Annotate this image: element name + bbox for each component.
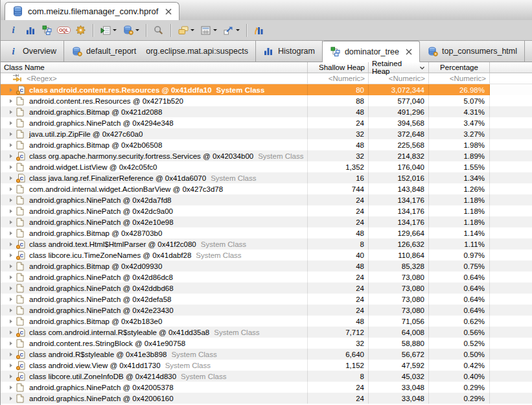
expand-toggle-icon[interactable] xyxy=(10,364,12,367)
table-row[interactable]: android.graphics.NinePatch @ 0x42dc9a002… xyxy=(1,205,532,216)
numeric-filter-input-shallow[interactable]: <Numeric> xyxy=(308,73,369,84)
table-row[interactable]: Cclass android.view.View @ 0x41dd1730Sys… xyxy=(1,360,532,371)
dropdown-arrow-icon[interactable] xyxy=(113,29,117,31)
table-row[interactable]: Cclass org.apache.harmony.security.fortr… xyxy=(1,150,532,161)
table-row[interactable]: android.graphics.Bitmap @ 0x42b183e04871… xyxy=(1,316,532,327)
expand-toggle-icon[interactable] xyxy=(10,99,12,103)
expand-toggle-icon[interactable] xyxy=(10,110,12,114)
toolbar-histogram-button[interactable] xyxy=(22,23,38,38)
dropdown-arrow-icon[interactable] xyxy=(236,29,240,31)
close-icon[interactable] xyxy=(165,8,172,15)
class-name-cell: com.android.internal.widget.ActionBarVie… xyxy=(1,183,308,194)
expand-toggle-icon[interactable] xyxy=(10,330,12,334)
object-label: android.graphics.NinePatch @ 0x42ddbd68 xyxy=(29,284,174,292)
table-row[interactable]: Cclass libcore.icu.TimeZoneNames @ 0x41d… xyxy=(1,249,532,260)
toolbar-calculate-retained-size-button[interactable] xyxy=(198,23,220,38)
table-row[interactable]: Cclass android.R$styleable @ 0x41e3b898S… xyxy=(1,349,532,360)
table-row[interactable]: android.graphics.NinePatch @ 0x420053782… xyxy=(1,382,532,393)
empty-cell xyxy=(490,227,532,238)
tab-Histogram[interactable]: Histogram xyxy=(256,41,323,62)
editor-tab[interactable]: com.meizu.filemanager_conv.hprof xyxy=(5,2,179,20)
numeric-filter-input-retained[interactable]: <Numeric> xyxy=(369,73,429,84)
expand-toggle-icon[interactable] xyxy=(10,264,12,268)
table-row[interactable]: android.graphics.NinePatch @ 0x42d86dc82… xyxy=(1,272,532,283)
toolbar-oql-studio-button[interactable]: OQL xyxy=(56,23,72,38)
table-row[interactable]: android.graphics.NinePatch @ 0x4294e3482… xyxy=(1,117,532,128)
view-tabbar: iOverviewdefault_reportorg.eclipse.mat.a… xyxy=(1,41,532,62)
expand-toggle-icon[interactable] xyxy=(10,386,12,389)
close-icon[interactable] xyxy=(406,49,412,55)
table-row[interactable]: android.graphics.NinePatch @ 0x42defa582… xyxy=(1,294,532,305)
toolbar-run-expert-report-button[interactable] xyxy=(97,23,119,38)
table-row[interactable]: com.android.internal.widget.ActionBarVie… xyxy=(1,183,532,194)
table-row[interactable]: java.util.zip.ZipFile @ 0x427c60a032372,… xyxy=(1,128,532,139)
expand-toggle-icon[interactable] xyxy=(10,154,12,158)
dropdown-arrow-icon[interactable] xyxy=(135,29,139,31)
expand-toggle-icon[interactable] xyxy=(10,132,12,136)
expand-toggle-icon[interactable] xyxy=(10,375,12,378)
expand-toggle-icon[interactable] xyxy=(10,165,12,169)
table-row[interactable]: android.graphics.NinePatch @ 0x42e10e982… xyxy=(1,216,532,227)
expand-toggle-icon[interactable] xyxy=(10,297,12,301)
table-row[interactable]: Cclass android.content.res.Resources @ 0… xyxy=(1,84,532,95)
expand-toggle-icon[interactable] xyxy=(10,187,12,191)
table-row[interactable]: Cclass java.lang.ref.FinalizerReference … xyxy=(1,172,532,183)
expand-toggle-icon[interactable] xyxy=(10,242,12,246)
table-row[interactable]: android.graphics.Bitmap @ 0x428703b04812… xyxy=(1,227,532,238)
table-row[interactable]: android.graphics.Bitmap @ 0x42d099304885… xyxy=(1,260,532,272)
tab-duplicate_classes[interactable]: duplicate_classes xyxy=(525,41,532,62)
tab-default_report[interactable]: default_reportorg.eclipse.mat.api:suspec… xyxy=(64,41,256,62)
toolbar-dominator-tree-button[interactable] xyxy=(39,23,55,38)
expand-toggle-icon[interactable] xyxy=(10,319,12,323)
table-row[interactable]: Cclass com.android.internal.R$styleable … xyxy=(1,327,532,338)
table-row[interactable]: android.graphics.Bitmap @ 0x421d20884849… xyxy=(1,106,532,117)
retained-heap-cell: 56,672 xyxy=(369,349,429,360)
table-row[interactable]: Cclass libcore.util.ZoneInfoDB @ 0x4214d… xyxy=(1,371,532,382)
expand-toggle-icon[interactable] xyxy=(10,231,12,235)
table-row[interactable]: android.graphics.Bitmap @ 0x42b065084822… xyxy=(1,139,532,150)
table-row[interactable]: android.content.res.Resources @ 0x4271b5… xyxy=(1,95,532,106)
tab-top_consumers_html[interactable]: top_consumers_html xyxy=(420,41,525,62)
column-header-shallow-heap[interactable]: Shallow Heap xyxy=(308,62,369,73)
expand-toggle-icon[interactable] xyxy=(10,275,12,279)
expand-toggle-icon[interactable] xyxy=(10,253,12,257)
regex-filter-input[interactable]: <Regex> xyxy=(1,73,308,84)
table-row[interactable]: Cclass android.text.Html$HtmlParser @ 0x… xyxy=(1,238,532,249)
column-header-percentage[interactable]: Percentage xyxy=(429,62,490,73)
expand-toggle-icon[interactable] xyxy=(10,198,12,202)
dropdown-arrow-icon[interactable] xyxy=(191,29,194,31)
expand-toggle-icon[interactable] xyxy=(10,308,12,312)
table-row[interactable]: android.graphics.NinePatch @ 0x42e234302… xyxy=(1,305,532,316)
toolbar-open-report-button[interactable] xyxy=(120,23,142,38)
toolbar-export-button[interactable] xyxy=(220,23,242,38)
dropdown-arrow-icon[interactable] xyxy=(213,29,217,31)
numeric-filter-input-percentage[interactable]: <Numeric> xyxy=(429,73,490,84)
toolbar-query-browser-button[interactable] xyxy=(150,23,167,38)
percentage-cell: 0.29% xyxy=(429,393,490,404)
column-header-retained-heap[interactable]: Retained Heap xyxy=(369,62,429,73)
expand-toggle-icon[interactable] xyxy=(10,341,12,345)
expand-toggle-icon[interactable] xyxy=(10,286,12,290)
expand-toggle-icon[interactable] xyxy=(10,121,12,125)
expand-toggle-icon[interactable] xyxy=(10,143,12,147)
retained-heap-cell: 214,832 xyxy=(369,150,429,161)
table-row[interactable]: android.graphics.NinePatch @ 0x420061602… xyxy=(1,393,532,404)
expand-toggle-icon[interactable] xyxy=(10,88,12,92)
toolbar-compare-tables-button[interactable] xyxy=(251,23,267,38)
toolbar-expert-system-button[interactable] xyxy=(73,23,89,38)
expand-toggle-icon[interactable] xyxy=(10,176,12,180)
percentage-cell: 1.18% xyxy=(429,205,490,216)
table-row[interactable]: android.content.res.StringBlock @ 0x41e9… xyxy=(1,338,532,349)
tab-Overview[interactable]: iOverview xyxy=(1,41,64,62)
system-class-badge: System Class xyxy=(214,329,259,336)
column-header-class-name[interactable]: Class Name xyxy=(1,62,308,73)
table-row[interactable]: android.widget.ListView @ 0x42c05fc01,35… xyxy=(1,161,532,172)
expand-toggle-icon[interactable] xyxy=(10,220,12,224)
table-row[interactable]: android.graphics.NinePatch @ 0x42da7fd82… xyxy=(1,194,532,205)
toolbar-heap-dump-overview-button[interactable]: i xyxy=(5,23,21,38)
toolbar-group-result-by-button[interactable] xyxy=(175,23,197,38)
table-row[interactable]: android.graphics.NinePatch @ 0x42ddbd682… xyxy=(1,283,532,294)
expand-toggle-icon[interactable] xyxy=(10,353,12,356)
expand-toggle-icon[interactable] xyxy=(10,209,12,213)
expand-toggle-icon[interactable] xyxy=(10,397,12,400)
